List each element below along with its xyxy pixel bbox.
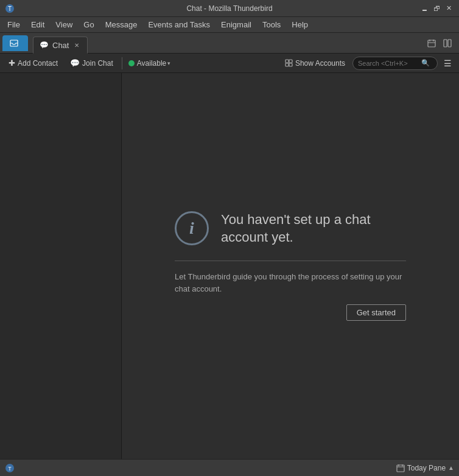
today-pane-chevron-icon: ▲ [448,464,454,471]
divider [175,261,406,261]
sidebar [0,73,122,459]
tab-toolbar: 💬 Chat ✕ [0,33,459,54]
window-controls: 🗕 🗗 ✕ [419,3,454,14]
menu-message[interactable]: Message [100,18,142,32]
svg-text:T: T [8,5,12,12]
show-accounts-icon [285,59,293,67]
chat-tab-label: Chat [52,41,69,50]
show-accounts-button[interactable]: Show Accounts [280,57,350,69]
menu-view[interactable]: View [51,18,77,32]
show-accounts-label: Show Accounts [295,59,345,68]
minimize-button[interactable]: 🗕 [419,3,430,14]
chat-setup-description: Let Thunderbird guide you through the pr… [175,271,406,295]
svg-rect-11 [286,63,289,66]
menu-file[interactable]: File [2,18,25,32]
add-contact-label: Add Contact [18,59,58,68]
titlebar: T Chat - Mozilla Thunderbird 🗕 🗗 ✕ [0,0,459,17]
layout-button[interactable] [441,37,454,50]
today-pane-icon [396,464,405,472]
search-box[interactable]: 🔍 [352,57,438,70]
menu-help[interactable]: Help [287,18,313,32]
status-text: Available [137,59,166,68]
titlebar-left: T [5,4,15,13]
calendar-icon [427,39,436,47]
menu-enigmail[interactable]: Enigmail [216,18,256,32]
statusbar-left: T [5,463,15,473]
join-chat-label: Join Chat [82,59,113,68]
statusbar-app-icon: T [5,463,15,473]
get-started-button[interactable]: Get started [346,304,406,321]
menu-edit[interactable]: Edit [26,18,49,32]
join-chat-icon: 💬 [70,58,80,68]
chat-tab-icon: 💬 [40,41,49,49]
search-icon: 🔍 [421,59,430,67]
today-pane-label: Today Pane [407,464,446,472]
chat-setup-top: i You haven't set up a chat account yet. [175,211,406,246]
chat-setup-card: i You haven't set up a chat account yet.… [163,199,418,333]
search-input[interactable] [358,60,419,67]
maximize-button[interactable]: 🗗 [431,3,442,14]
info-i-letter: i [189,219,194,238]
tab-area: 💬 Chat ✕ [30,33,425,53]
app-icon: T [5,4,15,13]
svg-rect-3 [428,40,435,47]
status-dropdown[interactable]: Available ▾ [137,59,170,68]
svg-text:T: T [8,466,12,472]
status-chevron-icon: ▾ [167,60,170,66]
inbox-tab[interactable] [2,35,28,51]
info-circle-icon: i [175,211,209,245]
hamburger-menu-button[interactable]: ☰ [440,57,455,70]
svg-rect-15 [397,465,404,472]
close-button[interactable]: ✕ [443,3,454,14]
chat-tab[interactable]: 💬 Chat ✕ [33,37,88,54]
status-area: Available ▾ [128,59,170,68]
calendar-button[interactable] [425,37,438,50]
inbox-area [0,33,30,53]
content-area: i You haven't set up a chat account yet.… [122,73,459,459]
inbox-icon [10,39,18,47]
chat-setup-title: You haven't set up a chat account yet. [221,211,406,246]
statusbar: T Today Pane ▲ [0,459,459,476]
svg-rect-9 [286,60,289,63]
main-area: i You haven't set up a chat account yet.… [0,73,459,459]
layout-icon [443,39,452,47]
svg-rect-8 [448,40,451,47]
add-contact-button[interactable]: ✚ Add Contact [4,57,63,69]
menu-tools[interactable]: Tools [258,18,286,32]
menubar: File Edit View Go Message Events and Tas… [0,17,459,33]
chat-tab-close-button[interactable]: ✕ [72,41,81,49]
svg-rect-12 [289,63,292,66]
join-chat-button[interactable]: 💬 Join Chat [65,57,118,69]
menu-go[interactable]: Go [79,18,99,32]
window-title: Chat - Mozilla Thunderbird [0,4,459,13]
actionbar: ✚ Add Contact 💬 Join Chat Available ▾ Sh… [0,54,459,73]
menu-events-tasks[interactable]: Events and Tasks [143,18,215,32]
svg-rect-10 [289,60,292,63]
add-contact-icon: ✚ [9,58,15,68]
separator-1 [122,57,122,69]
svg-rect-7 [444,40,447,47]
today-pane-button[interactable]: Today Pane ▲ [396,464,454,472]
status-dot [128,60,135,66]
